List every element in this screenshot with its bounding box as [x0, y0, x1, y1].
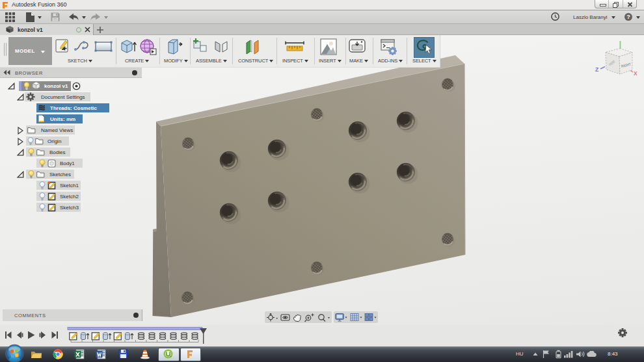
svg-text:Z: Z [595, 66, 598, 73]
svg-text:X: X [634, 70, 637, 77]
